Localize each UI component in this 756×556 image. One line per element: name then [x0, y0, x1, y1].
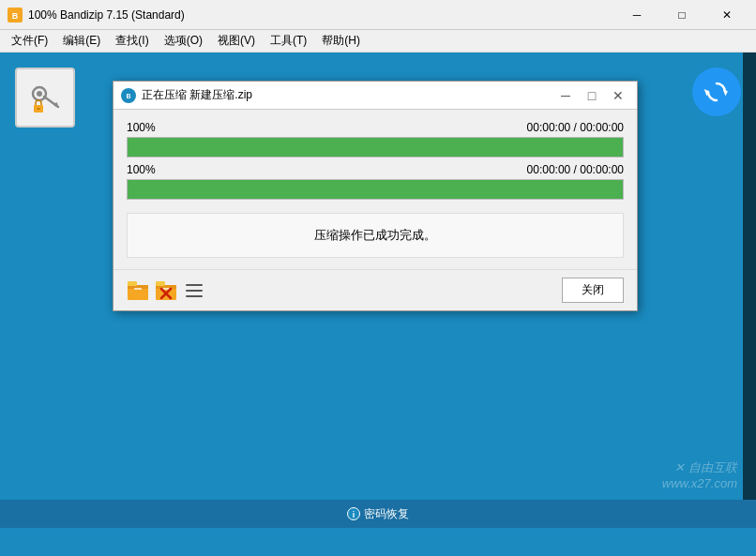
status-message: 压缩操作已成功完成。 [314, 228, 436, 242]
minimize-button[interactable]: ─ [615, 0, 658, 30]
svg-point-3 [37, 91, 42, 97]
menu-icon[interactable] [183, 281, 205, 300]
menu-find[interactable]: 查找(I) [108, 31, 156, 51]
dialog-icon: B [121, 88, 136, 103]
progress-time-1: 00:00:00 / 00:00:00 [527, 121, 624, 134]
progress-percent-1: 100% [127, 121, 156, 134]
progress-time-2: 00:00:00 / 00:00:00 [527, 163, 624, 176]
svg-rect-7 [38, 108, 40, 110]
dialog-controls: ─ □ ✕ [554, 86, 629, 105]
status-area: 压缩操作已成功完成。 [127, 213, 624, 258]
progress-header-1: 100% 00:00:00 / 00:00:00 [127, 121, 624, 134]
svg-rect-15 [128, 281, 137, 286]
refresh-icon [703, 79, 730, 105]
maximize-button[interactable]: □ [660, 0, 703, 30]
title-bar-controls: ─ □ ✕ [615, 0, 748, 30]
svg-text:B: B [126, 93, 130, 99]
dialog-body: 100% 00:00:00 / 00:00:00 100% 00:00:00 /… [113, 110, 637, 269]
title-bar: B 100% Bandizip 7.15 (Standard) ─ □ ✕ [0, 0, 756, 30]
dark-overlay [743, 53, 756, 528]
watermark: ✕ 自由互联 www.x27.com [662, 459, 737, 490]
key-icon [28, 81, 62, 114]
svg-rect-19 [156, 281, 165, 286]
status-bar-text: 密码恢复 [364, 506, 409, 522]
close-action-button[interactable]: 关闭 [562, 278, 624, 303]
progress-bar-fill-1 [128, 138, 623, 157]
key-icon-container [15, 68, 75, 128]
svg-text:B: B [12, 11, 19, 21]
progress-header-2: 100% 00:00:00 / 00:00:00 [127, 163, 624, 176]
progress-bar-bg-1 [127, 137, 624, 158]
menu-options[interactable]: 选项(O) [157, 31, 210, 51]
dialog-footer: 关闭 [113, 269, 637, 310]
dialog-title-bar: B 正在压缩 新建压缩.zip ─ □ ✕ [113, 82, 637, 110]
dialog-maximize-button[interactable]: □ [581, 86, 603, 105]
menu-tools[interactable]: 工具(T) [263, 31, 314, 51]
main-content: B 正在压缩 新建压缩.zip ─ □ ✕ 100% 00:00:00 / 00… [0, 53, 756, 528]
app-icon: B [8, 8, 23, 23]
watermark-line1: ✕ 自由互联 [662, 459, 737, 476]
compression-dialog: B 正在压缩 新建压缩.zip ─ □ ✕ 100% 00:00:00 / 00… [113, 81, 638, 311]
archive-icon[interactable] [127, 281, 149, 300]
menu-view[interactable]: 视图(V) [210, 31, 263, 51]
menu-edit[interactable]: 编辑(E) [55, 31, 108, 51]
status-bar: i 密码恢复 [0, 500, 756, 528]
dialog-minimize-button[interactable]: ─ [554, 86, 577, 105]
svg-text:i: i [353, 510, 355, 519]
menu-bar: 文件(F) 编辑(E) 查找(I) 选项(O) 视图(V) 工具(T) 帮助(H… [0, 30, 756, 53]
watermark-line2: www.x27.com [662, 476, 737, 490]
cancel-icon[interactable] [155, 281, 177, 300]
refresh-button[interactable] [692, 68, 741, 116]
progress-bar-fill-2 [128, 180, 623, 199]
svg-rect-14 [134, 288, 142, 290]
dialog-close-button[interactable]: ✕ [607, 86, 629, 105]
info-icon: i [347, 507, 360, 520]
menu-help[interactable]: 帮助(H) [314, 31, 368, 51]
dialog-title-text: 正在压缩 新建压缩.zip [142, 87, 554, 103]
menu-file[interactable]: 文件(F) [4, 31, 55, 51]
progress-row-1: 100% 00:00:00 / 00:00:00 [127, 121, 624, 158]
title-bar-text: 100% Bandizip 7.15 (Standard) [28, 8, 615, 22]
close-button[interactable]: ✕ [705, 0, 748, 30]
progress-bar-bg-2 [127, 179, 624, 200]
progress-row-2: 100% 00:00:00 / 00:00:00 [127, 163, 624, 200]
progress-percent-2: 100% [127, 163, 156, 176]
